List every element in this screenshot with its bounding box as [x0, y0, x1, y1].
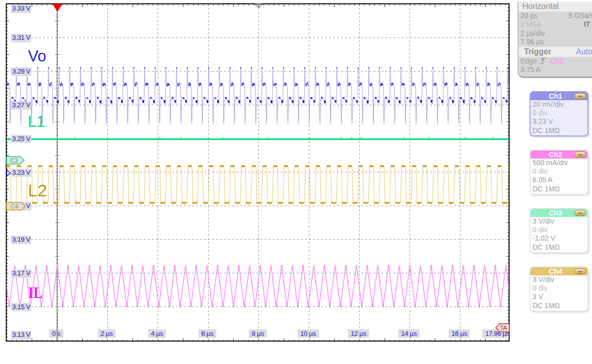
- svg-text:TA: TA: [500, 325, 507, 331]
- svg-text:C3: C3: [10, 157, 18, 164]
- svg-text:C4: C4: [11, 203, 19, 210]
